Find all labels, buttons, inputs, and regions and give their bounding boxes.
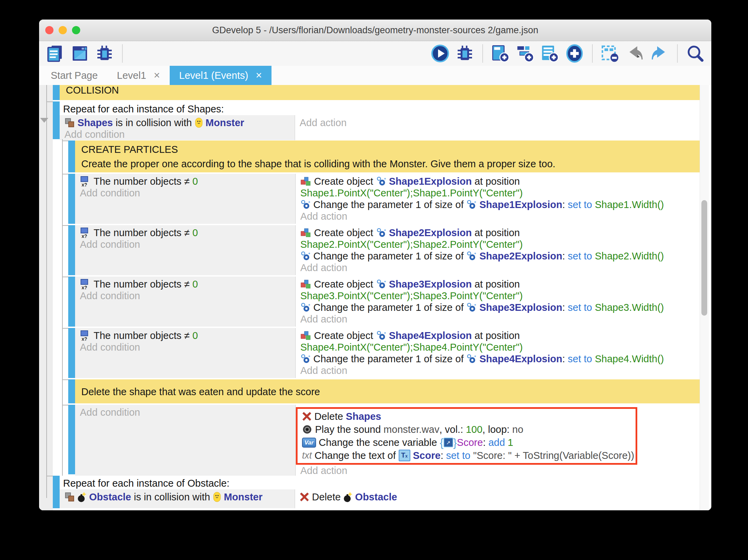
- remove-event-icon[interactable]: [600, 43, 621, 64]
- comment-create-particles[interactable]: CREATE PARTICLES Create the proper one a…: [68, 141, 700, 172]
- action-delete-shapes[interactable]: Delete Shapes: [298, 410, 632, 423]
- event-shape-explosion[interactable]: x? The number objects ≠ 0 Add condition …: [68, 277, 700, 327]
- conditions-column: Obstacle is in collision with Monster: [60, 489, 295, 508]
- event-shape-explosion[interactable]: x? The number objects ≠ 0 Add condition …: [68, 225, 700, 275]
- condition-collision[interactable]: Obstacle is in collision with Monster: [60, 491, 294, 503]
- tab-close-icon[interactable]: ×: [256, 69, 262, 82]
- action-change-size[interactable]: Change the parameter 1 of size of Shape1…: [296, 199, 700, 210]
- comment-body[interactable]: CREATE PARTICLES Create the proper one a…: [75, 141, 700, 172]
- close-button[interactable]: [45, 26, 53, 34]
- undo-icon[interactable]: [624, 43, 646, 64]
- minimize-button[interactable]: [59, 26, 67, 34]
- comment-body[interactable]: COLLISION: [60, 85, 700, 100]
- monster-icon: [213, 491, 221, 502]
- condition-collision[interactable]: Shapes is in collision with Monster: [60, 117, 294, 129]
- add-action-link[interactable]: Add action: [296, 210, 700, 222]
- add-comment-icon[interactable]: [539, 43, 560, 64]
- condition-text: is in collision with: [134, 491, 210, 503]
- condition-number-objects[interactable]: x? The number objects ≠ 0: [75, 330, 295, 341]
- comment-collision[interactable]: COLLISION: [53, 85, 700, 100]
- action-change-variable[interactable]: Var Change the scene variable {↗}Score: …: [298, 436, 632, 449]
- condition-number-objects[interactable]: x? The number objects ≠ 0: [75, 175, 295, 187]
- event-update-score[interactable]: Add condition Delete Shapes: [68, 405, 700, 474]
- position-expression[interactable]: Shape1.PointX("Center");Shape1.PointY("C…: [296, 187, 700, 199]
- add-condition-link[interactable]: Add condition: [75, 341, 295, 353]
- loop-value: no: [512, 424, 523, 435]
- add-action-link[interactable]: Add action: [295, 117, 700, 129]
- event-selection-bar[interactable]: [53, 101, 60, 139]
- event-shape-explosion[interactable]: x? The number objects ≠ 0 Add condition …: [68, 174, 700, 224]
- screen: GDevelop 5 - /Users/florian/Downloads/ge…: [0, 0, 748, 560]
- event-selection-bar[interactable]: [68, 277, 75, 327]
- add-condition-link[interactable]: Add condition: [75, 239, 295, 250]
- position-expression[interactable]: Shape3.PointX("Center");Shape3.PointY("C…: [296, 290, 700, 302]
- scene-editor-icon[interactable]: [69, 43, 91, 64]
- event-selection-bar[interactable]: [68, 328, 75, 378]
- action-create-object[interactable]: Create object Shape4Explosion at positio…: [296, 330, 700, 341]
- tab-close-icon[interactable]: ×: [154, 69, 160, 82]
- comment-text: Delete the shape that was eaten and upda…: [81, 386, 700, 398]
- svg-text:x?: x?: [82, 233, 87, 238]
- debugger-icon[interactable]: [94, 43, 115, 64]
- action-change-size[interactable]: Change the parameter 1 of size of Shape2…: [296, 250, 700, 262]
- collapse-arrow-icon[interactable]: [40, 118, 48, 123]
- object-name: Shape2Explosion: [389, 227, 472, 239]
- action-change-size[interactable]: Change the parameter 1 of size of Shape4…: [296, 353, 700, 365]
- action-create-object[interactable]: Create object Shape3Explosion at positio…: [296, 278, 700, 290]
- event-selection-bar[interactable]: [53, 476, 60, 508]
- window-title: GDevelop 5 - /Users/florian/Downloads/ge…: [212, 25, 538, 36]
- svg-text:x?: x?: [82, 285, 87, 290]
- play-icon[interactable]: [430, 43, 451, 64]
- event-shape-explosion[interactable]: x? The number objects ≠ 0 Add condition …: [68, 328, 700, 378]
- debug-run-icon[interactable]: [454, 43, 475, 64]
- tab-level1[interactable]: Level1 ×: [107, 66, 170, 85]
- action-text: at position: [474, 227, 520, 239]
- search-icon[interactable]: [685, 43, 706, 64]
- event-selection-bar[interactable]: [68, 405, 75, 474]
- event-selection-bar[interactable]: [53, 85, 60, 100]
- add-action-link[interactable]: Add action: [296, 465, 700, 476]
- action-play-sound[interactable]: Play the sound monster.wav, vol.: 100, l…: [298, 423, 632, 436]
- vertical-scrollbar[interactable]: [700, 85, 709, 510]
- add-condition-link[interactable]: Add condition: [75, 187, 295, 199]
- event-repeat-shapes[interactable]: Repeat for each instance of Shapes: Shap…: [53, 101, 700, 139]
- add-sub-event-icon[interactable]: [515, 43, 536, 64]
- delete-cross-icon: [300, 492, 309, 502]
- comment-body[interactable]: Delete the shape that was eaten and upda…: [75, 379, 700, 403]
- zoom-button[interactable]: [72, 26, 80, 34]
- add-condition-link[interactable]: Add condition: [75, 290, 295, 302]
- position-expression[interactable]: Shape2.PointX("Center");Shape2.PointY("C…: [296, 239, 700, 250]
- scrollbar-thumb[interactable]: [701, 200, 707, 316]
- redo-icon[interactable]: [649, 43, 670, 64]
- actions-column: Create object Shape1Explosion at positio…: [296, 174, 700, 224]
- condition-number-objects[interactable]: x? The number objects ≠ 0: [75, 278, 295, 290]
- condition-number-objects[interactable]: x? The number objects ≠ 0: [75, 227, 295, 239]
- create-object-icon: [300, 330, 311, 341]
- add-condition-link[interactable]: Add condition: [60, 129, 294, 140]
- add-action-link[interactable]: Add action: [296, 313, 700, 325]
- action-delete-obstacle[interactable]: Delete Obstacle: [295, 491, 700, 503]
- tab-level1-events[interactable]: Level1 (Events) ×: [170, 66, 272, 85]
- action-create-object[interactable]: Create object Shape2Explosion at positio…: [296, 227, 700, 239]
- add-event-icon[interactable]: [490, 43, 511, 64]
- add-condition-link[interactable]: Add condition: [75, 406, 295, 418]
- title-bar: GDevelop 5 - /Users/florian/Downloads/ge…: [39, 20, 711, 41]
- event-body: x? The number objects ≠ 0 Add condition …: [75, 328, 700, 378]
- action-create-object[interactable]: Create object Shape1Explosion at positio…: [296, 175, 700, 187]
- add-action-link[interactable]: Add action: [296, 262, 700, 273]
- comment-delete-shape[interactable]: Delete the shape that was eaten and upda…: [68, 379, 700, 403]
- action-change-text[interactable]: txt Change the text of Tx Score: set to …: [298, 449, 632, 462]
- event-repeat-obstacle[interactable]: Repeat for each instance of Obstacle: Ob…: [53, 476, 700, 508]
- event-selection-bar[interactable]: [68, 225, 75, 275]
- position-expression[interactable]: Shape4.PointX("Center");Shape4.PointY("C…: [296, 341, 700, 353]
- add-action-link[interactable]: Add action: [296, 365, 700, 376]
- event-selection-bar[interactable]: [68, 379, 75, 403]
- add-new-icon[interactable]: [564, 43, 585, 64]
- tab-start-page[interactable]: Start Page: [41, 66, 107, 85]
- repeat-header[interactable]: Repeat for each instance of Shapes:: [60, 101, 700, 115]
- event-selection-bar[interactable]: [68, 141, 75, 172]
- project-manager-icon[interactable]: [45, 43, 66, 64]
- action-change-size[interactable]: Change the parameter 1 of size of Shape3…: [296, 302, 700, 313]
- event-selection-bar[interactable]: [68, 174, 75, 224]
- repeat-header[interactable]: Repeat for each instance of Obstacle:: [60, 476, 700, 489]
